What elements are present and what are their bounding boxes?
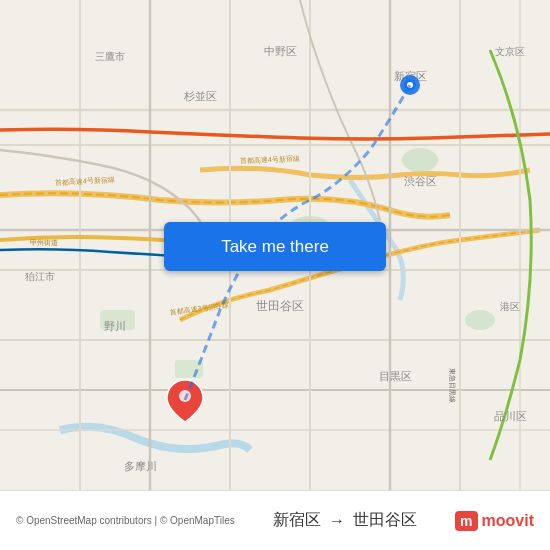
moovit-logo: m moovit [455,511,534,531]
svg-text:目黒区: 目黒区 [379,370,412,382]
footer: © OpenStreetMap contributors | © OpenMap… [0,490,550,550]
svg-text:世田谷区: 世田谷区 [256,299,304,313]
svg-point-2 [402,148,438,172]
svg-text:港区: 港区 [500,301,520,312]
svg-text:東急目黒線: 東急目黒線 [449,368,456,403]
footer-left: © OpenStreetMap contributors | © OpenMap… [16,515,235,526]
svg-text:杉並区: 杉並区 [183,90,217,102]
arrow-icon: → [329,512,345,530]
svg-text:狛江市: 狛江市 [25,271,55,282]
destination-label: 世田谷区 [353,510,417,531]
route-info: 新宿区 → 世田谷区 [273,510,417,531]
svg-text:品川区: 品川区 [494,410,527,422]
moovit-m-icon: m [455,511,477,531]
moovit-brand-text: moovit [482,512,534,530]
take-me-there-button[interactable]: Take me there [164,222,386,271]
svg-text:中野区: 中野区 [264,45,297,57]
svg-text:文京区: 文京区 [495,46,525,57]
svg-text:三鷹市: 三鷹市 [95,51,125,62]
origin-label: 新宿区 [273,510,321,531]
map-container: 杉並区 三鷹市 中野区 新宿区 文京区 狛江市 野川 世田谷区 渋谷区 目黒区 … [0,0,550,490]
svg-text:野川: 野川 [104,320,126,332]
svg-text:渋谷区: 渋谷区 [404,175,437,187]
svg-text:多摩川: 多摩川 [124,460,157,472]
svg-text:甲州街道: 甲州街道 [30,239,58,246]
svg-point-3 [465,310,495,330]
map-attribution: © OpenStreetMap contributors | © OpenMap… [16,515,235,526]
